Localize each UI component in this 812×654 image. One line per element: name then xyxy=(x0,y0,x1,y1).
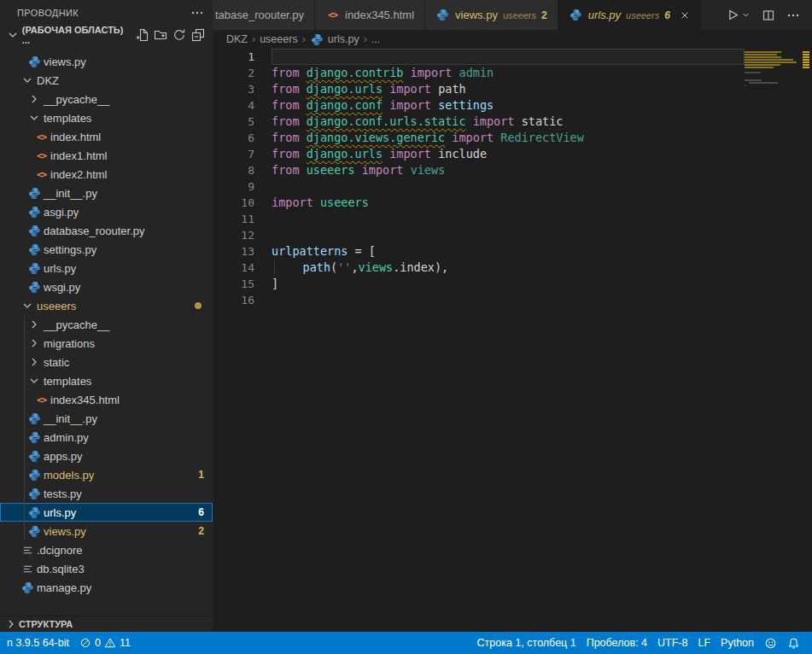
outline-section-label: СТРУКТУРА xyxy=(19,619,73,629)
tree-item-wsgi.py[interactable]: wsgi.py xyxy=(0,277,213,296)
chevron-down-icon[interactable] xyxy=(741,10,751,20)
tree-item-db.sqlite3[interactable]: db.sqlite3 xyxy=(0,559,213,578)
tree-item-urls.py[interactable]: urls.py6 xyxy=(0,503,213,522)
feedback-smiley-icon[interactable] xyxy=(759,632,782,654)
refresh-icon[interactable] xyxy=(170,26,189,44)
tree-item-__pycache__[interactable]: __pycache__ xyxy=(0,315,213,334)
tree-item-static[interactable]: static xyxy=(0,353,213,371)
tree-item-settings.py[interactable]: settings.py xyxy=(0,240,213,259)
collapse-all-icon[interactable] xyxy=(189,26,207,44)
outline-section-header[interactable]: СТРУКТУРА xyxy=(0,616,213,632)
token: path xyxy=(303,260,331,274)
code-line-10[interactable]: 10import useeers xyxy=(213,195,745,211)
code-line-14[interactable]: 14 path('',views.index), xyxy=(213,260,745,276)
code-editor[interactable]: 12from django.contrib import admin3from … xyxy=(213,49,745,632)
code-line-1[interactable]: 1 xyxy=(213,49,745,65)
code-line-11[interactable]: 11 xyxy=(213,211,745,227)
run-python-file-button[interactable] xyxy=(725,8,751,22)
tree-item-.dcignore[interactable]: .dcignore xyxy=(0,540,213,559)
tree-item-index345.html[interactable]: <>index345.html xyxy=(0,390,213,409)
status-right: Строка 1, столбец 1 Пробелов: 4 UTF-8 LF… xyxy=(472,632,812,654)
breadcrumb-item-DKZ[interactable]: DKZ xyxy=(226,33,248,45)
new-folder-icon[interactable] xyxy=(152,26,171,44)
language-mode[interactable]: Python xyxy=(716,632,759,654)
tree-item-label: migrations xyxy=(44,337,95,350)
tree-item-tests.py[interactable]: tests.py xyxy=(0,484,213,503)
tab-tabase_roouter.py[interactable]: tabase_roouter.py xyxy=(213,0,315,30)
tab-urls.py[interactable]: urls.pyuseeers6 xyxy=(558,0,701,30)
chevron-right-icon xyxy=(27,355,41,369)
eol-setting[interactable]: LF xyxy=(692,632,716,654)
line-number: 10 xyxy=(213,195,254,211)
code-line-6[interactable]: 6from django.views.generic import Redire… xyxy=(213,130,745,146)
tree-item-models.py[interactable]: models.py1 xyxy=(0,465,213,484)
tree-item-urls.py[interactable]: urls.py xyxy=(0,259,213,277)
more-actions-button[interactable] xyxy=(786,9,800,22)
tree-item-DKZ[interactable]: DKZ xyxy=(0,71,213,90)
explorer-more-actions-icon[interactable] xyxy=(190,6,204,20)
minimap[interactable] xyxy=(745,49,800,632)
code-line-12[interactable]: 12 xyxy=(213,227,745,243)
tree-item-__init__.py[interactable]: __init__.py xyxy=(0,409,213,428)
split-editor-button[interactable] xyxy=(762,9,775,22)
tree-item-label: .dcignore xyxy=(37,544,82,557)
warning-mark xyxy=(803,56,809,58)
python-file-icon xyxy=(27,261,42,275)
tree-item-__init__.py[interactable]: __init__.py xyxy=(0,184,213,202)
tree-item-admin.py[interactable]: admin.py xyxy=(0,428,213,447)
code-line-8[interactable]: 8from useeers import views xyxy=(213,162,745,178)
minimap-line xyxy=(745,85,800,86)
code-line-7[interactable]: 7from django.urls import include xyxy=(213,146,745,162)
breadcrumb-label: urls.py xyxy=(328,33,359,45)
code-line-4[interactable]: 4from django.conf import settings xyxy=(213,97,745,114)
tree-item-templates[interactable]: templates xyxy=(0,108,213,127)
tree-item-migrations[interactable]: migrations xyxy=(0,334,213,353)
tree-item-index1.html[interactable]: <>index1.html xyxy=(0,146,213,165)
tree-item-templates[interactable]: templates xyxy=(0,371,213,390)
tree-item-label: urls.py xyxy=(44,506,76,519)
breadcrumb-item-urls.py[interactable]: urls.py xyxy=(310,32,359,46)
html-file-icon: <> xyxy=(34,149,49,162)
indentation-setting[interactable]: Пробелов: 4 xyxy=(581,632,652,654)
code-line-16[interactable]: 16 xyxy=(213,292,745,308)
code-line-5[interactable]: 5from django.conf.urls.static import sta… xyxy=(213,114,745,130)
minimap-line xyxy=(745,54,800,55)
tab-index345.html[interactable]: <>index345.html xyxy=(315,0,425,30)
tree-item-index.html[interactable]: <>index.html xyxy=(0,127,213,146)
chevron-right-icon xyxy=(27,336,41,350)
tree-item-useeers[interactable]: useeers xyxy=(0,296,213,315)
problems-indicator[interactable]: 0 11 xyxy=(74,632,136,654)
new-file-icon[interactable] xyxy=(133,26,152,44)
token: settings xyxy=(438,98,494,112)
breadcrumb-item-useeers[interactable]: useeers xyxy=(260,33,297,45)
code-line-13[interactable]: 13urlpatterns = [ xyxy=(213,243,745,260)
tree-item-asgi.py[interactable]: asgi.py xyxy=(0,202,213,221)
token xyxy=(431,147,438,161)
tab-views.py[interactable]: views.pyuseeers2 xyxy=(425,0,558,30)
tree-item-apps.py[interactable]: apps.py xyxy=(0,447,213,465)
notifications-bell-icon[interactable] xyxy=(782,632,805,654)
token: import xyxy=(272,196,313,209)
code-line-15[interactable]: 15] xyxy=(213,276,745,292)
minimap-line xyxy=(745,59,800,61)
tree-item-views.py[interactable]: views.py xyxy=(0,52,213,71)
code-line-9[interactable]: 9 xyxy=(213,178,745,195)
tree-item-__pycache__[interactable]: __pycache__ xyxy=(0,90,213,108)
code-line-2[interactable]: 2from django.contrib import admin xyxy=(213,65,745,81)
line-number: 13 xyxy=(213,243,254,260)
python-version-label: n 3.9.5 64-bit xyxy=(7,637,69,649)
chevron-down-icon xyxy=(27,111,41,125)
tree-item-views.py[interactable]: views.py2 xyxy=(0,522,213,540)
cursor-position[interactable]: Строка 1, столбец 1 xyxy=(472,632,581,654)
tree-item-database_roouter.py[interactable]: database_roouter.py xyxy=(0,221,213,240)
code-line-3[interactable]: 3from django.urls import path xyxy=(213,81,745,97)
close-icon[interactable] xyxy=(679,9,691,21)
token: import xyxy=(389,147,431,161)
tree-item-index2.html[interactable]: <>index2.html xyxy=(0,165,213,184)
overview-ruler[interactable] xyxy=(800,49,812,632)
tree-item-manage.py[interactable]: manage.py xyxy=(0,578,213,597)
breadcrumb-item-...[interactable]: ... xyxy=(371,33,380,45)
python-interpreter-version[interactable]: n 3.9.5 64-bit xyxy=(2,632,74,654)
workspace-section-header[interactable]: (РАБОЧАЯ ОБЛАСТЬ) ... xyxy=(0,26,213,44)
encoding-setting[interactable]: UTF-8 xyxy=(652,632,692,654)
